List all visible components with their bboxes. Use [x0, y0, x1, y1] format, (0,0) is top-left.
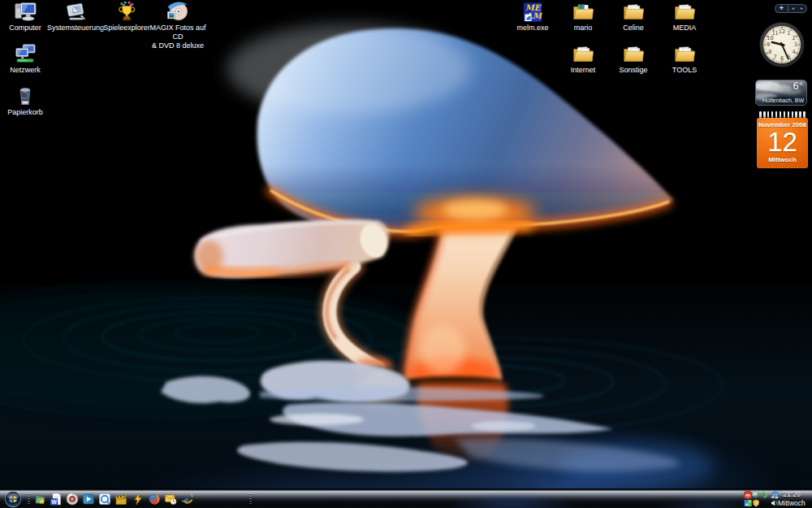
calendar-day: 12	[757, 128, 808, 155]
svg-text:7: 7	[773, 54, 776, 60]
folder-icon	[621, 43, 646, 65]
tray-update-check-icon[interactable]	[752, 491, 760, 499]
tray-day: Mittwoch	[774, 499, 810, 508]
desktop-icon-label: Celine	[623, 24, 644, 33]
tray-clock[interactable]: 21:26 Mittwoch	[774, 490, 810, 508]
calendar-weekday: Mittwoch	[757, 156, 808, 163]
svg-text:12: 12	[779, 28, 785, 35]
desktop-icon-label: Netzwerk	[10, 66, 41, 75]
desktop-icon-label: melm.exe	[516, 24, 548, 33]
folder-icon	[571, 1, 595, 23]
gadget-next-button[interactable]: ▸	[797, 5, 806, 12]
quick-launch-media-folder-star[interactable]	[33, 493, 46, 506]
desktop-icon-media[interactable]: MEDIA	[654, 0, 715, 33]
tray-display-color-icon[interactable]	[744, 499, 752, 507]
weather-gadget[interactable]: 6° Hüttenbach, BW	[755, 80, 807, 106]
magix-cd-icon	[166, 0, 190, 23]
desktop-icon-magix[interactable]: MAGIX Fotos auf CD & DVD 8 deluxe	[147, 0, 209, 50]
quick-launch-cd-burner[interactable]	[66, 493, 79, 506]
quick-launch-internet-explorer[interactable]: e	[180, 493, 193, 506]
svg-text:3: 3	[794, 41, 797, 48]
games-explorer-icon	[115, 0, 138, 23]
recycle-bin-icon	[14, 85, 37, 107]
add-gadget-button[interactable]: +	[775, 5, 788, 12]
gadget-prev-button[interactable]: ◂	[788, 5, 797, 12]
quick-launch-quicktime[interactable]	[98, 493, 111, 506]
quick-launch-movie-clapper[interactable]	[114, 493, 127, 506]
clock-center-cap	[780, 43, 783, 46]
tray-security-gold-icon[interactable]	[752, 499, 760, 507]
tray-sync-arrows-icon[interactable]	[760, 491, 768, 499]
taskbar-drag-handle[interactable]	[249, 493, 252, 505]
svg-text:4: 4	[792, 49, 795, 55]
calendar-gadget[interactable]: November 2008 12 Mittwoch	[757, 111, 808, 168]
computer-icon	[13, 0, 37, 23]
svg-text:6: 6	[780, 55, 784, 62]
svg-text:2: 2	[792, 35, 795, 41]
word-w-glyph: W	[51, 499, 57, 505]
desktop-icon-recycle-bin[interactable]: Papierkorb	[0, 85, 56, 117]
desktop-icon-label: Papierkorb	[7, 108, 43, 117]
weather-location: Hüttenbach, BW	[762, 98, 804, 103]
desktop-icon-label: MAGIX Fotos auf CD & DVD 8 deluxe	[147, 24, 209, 50]
svg-text:11: 11	[771, 30, 778, 37]
clock-gadget[interactable]: 12 1 2 3 4 5 6 7 8 9 10 11	[756, 19, 808, 74]
quick-launch-winamp[interactable]	[132, 493, 145, 506]
quick-launch-media-player[interactable]	[82, 493, 95, 506]
control-panel-icon	[63, 0, 88, 23]
desktop-icon-network[interactable]: Netzwerk	[0, 42, 56, 75]
folder-icon	[571, 43, 595, 65]
svg-text:8: 8	[768, 49, 771, 55]
melm-exe-icon: ME LM	[523, 2, 542, 23]
weather-temperature: 6°	[793, 80, 803, 92]
desktop-icon-label: MEDIA	[673, 24, 697, 33]
taskbar: W e	[0, 488, 812, 508]
desktop-icon-label: Internet	[571, 66, 596, 75]
tray-time: 21:26	[774, 490, 810, 499]
desktop-icon-label: mario	[574, 24, 593, 33]
folder-icon	[672, 1, 697, 23]
desktop-icon-label: Sonstige	[619, 66, 647, 75]
quick-launch-firefox[interactable]	[148, 493, 161, 506]
quick-launch-drag-handle[interactable]	[28, 493, 30, 505]
desktop-icon-label: Spieleexplorer	[103, 24, 150, 33]
quick-launch-outlook[interactable]	[164, 493, 177, 506]
desktop-icon-label: Computer	[9, 24, 41, 33]
start-button[interactable]	[4, 490, 22, 508]
svg-text:1: 1	[787, 30, 790, 37]
tray-antivirus-red-icon[interactable]	[744, 491, 752, 499]
wallpaper-mushrooms	[0, 0, 812, 508]
desktop-icon-tools[interactable]: TOOLS	[654, 42, 715, 75]
sidebar-gadget-controls[interactable]: + ◂ ▸	[775, 4, 807, 13]
desktop-icon-label: TOOLS	[672, 66, 697, 75]
network-icon	[13, 42, 37, 65]
svg-text:9: 9	[767, 41, 770, 48]
quick-launch-word[interactable]: W	[50, 493, 63, 506]
folder-icon	[621, 1, 646, 23]
folder-icon	[672, 43, 697, 65]
